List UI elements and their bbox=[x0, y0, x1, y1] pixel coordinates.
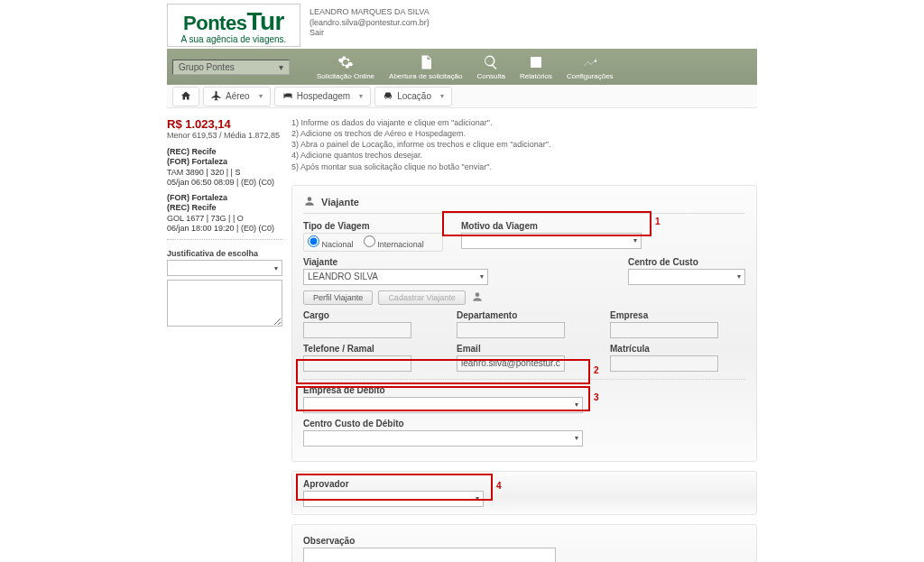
panel-header: Viajante bbox=[303, 195, 745, 214]
leg-flight: GOL 1677 | 73G | | O bbox=[167, 214, 244, 223]
cargo-input[interactable] bbox=[303, 322, 411, 338]
annotation-num-3: 3 bbox=[594, 392, 599, 402]
toolbar-label: Consulta bbox=[476, 72, 505, 80]
annotation-num-2: 2 bbox=[594, 365, 599, 375]
centro-custo-debito-select[interactable]: ▾ bbox=[303, 430, 583, 447]
matricula-label: Matrícula bbox=[610, 344, 745, 354]
leg-to: (REC) Recife bbox=[167, 203, 217, 212]
document-icon bbox=[418, 54, 434, 72]
toolbar-consulta[interactable]: Consulta bbox=[476, 54, 505, 80]
radio-nacional[interactable]: Nacional bbox=[308, 240, 354, 249]
instr-3: 3) Abra o painel de Locação, informe os … bbox=[291, 139, 757, 150]
aprovador-select[interactable]: ▾ bbox=[303, 491, 484, 507]
chevron-down-icon: ▾ bbox=[259, 92, 263, 100]
telefone-input[interactable] bbox=[303, 355, 411, 372]
centro-custo-debito-label: Centro Custo de Débito bbox=[303, 419, 745, 428]
home-icon bbox=[180, 90, 191, 103]
empresa-input[interactable] bbox=[610, 322, 718, 338]
empresa-debito-label: Empresa de Débito bbox=[303, 385, 745, 395]
tab-home[interactable] bbox=[172, 87, 199, 106]
chevron-down-icon: ▾ bbox=[575, 434, 578, 442]
leg-2: (FOR) Fortaleza (REC) Recife GOL 1677 | … bbox=[167, 193, 282, 234]
departamento-input[interactable] bbox=[457, 322, 565, 338]
sub-toolbar: Aéreo ▾ Hospedagem ▾ Locação ▾ bbox=[167, 85, 757, 108]
user-email: (leandro.silva@pontestur.com.br) bbox=[310, 18, 430, 29]
logout-link[interactable]: Sair bbox=[310, 28, 430, 39]
observacao-panel: Observação 255 5 Solicitar Viagem bbox=[291, 524, 757, 562]
centro-custo-select[interactable]: ▾ bbox=[628, 269, 745, 285]
observacao-label: Observação bbox=[303, 536, 745, 546]
toolbar-label: Abertura de solicitação bbox=[389, 72, 462, 80]
toolbar-label: Relatórios bbox=[520, 72, 552, 80]
instr-1: 1) Informe os dados do viajante e clique… bbox=[291, 117, 757, 128]
aprovador-panel: Aprovador ▾ 4 bbox=[291, 471, 757, 515]
user-name: LEANDRO MARQUES DA SILVA bbox=[310, 7, 430, 18]
leg-to: (FOR) Fortaleza bbox=[167, 157, 227, 166]
tab-aereo[interactable]: Aéreo ▾ bbox=[203, 87, 271, 106]
chevron-down-icon: ▾ bbox=[575, 401, 578, 409]
empresa-label: Empresa bbox=[610, 310, 745, 320]
justification-label: Justificativa de escolha bbox=[167, 249, 282, 258]
email-input[interactable] bbox=[457, 355, 565, 372]
user-info: LEANDRO MARQUES DA SILVA (leandro.silva@… bbox=[310, 4, 430, 39]
toolbar-configuracoes[interactable]: Configurações bbox=[567, 54, 614, 80]
matricula-input[interactable] bbox=[610, 355, 718, 372]
company-group-label: Grupo Pontes bbox=[179, 62, 235, 72]
observacao-textarea[interactable] bbox=[303, 548, 556, 562]
toolbar-solicitacao-online[interactable]: Solicitação Online bbox=[317, 54, 374, 80]
plane-icon bbox=[211, 90, 222, 103]
leg-from: (FOR) Fortaleza bbox=[167, 193, 227, 202]
instr-5: 5) Após montar sua solicitação clique no… bbox=[291, 161, 757, 172]
person-add-icon[interactable] bbox=[471, 290, 484, 305]
car-icon bbox=[383, 90, 393, 103]
gear-icon bbox=[337, 54, 354, 72]
viajante-label: Viajante bbox=[303, 257, 488, 267]
empresa-debito-select[interactable]: ▾ bbox=[303, 397, 583, 413]
chevron-down-icon: ▾ bbox=[480, 272, 484, 281]
chevron-down-icon: ▾ bbox=[476, 494, 479, 502]
logo-slogan: A sua agência de viagens. bbox=[181, 34, 287, 44]
instructions: 1) Informe os dados do viajante e clique… bbox=[291, 117, 757, 172]
motivo-select[interactable]: ▾ bbox=[461, 233, 642, 249]
leg-from: (REC) Recife bbox=[167, 147, 217, 156]
panel-title: Viajante bbox=[321, 197, 359, 207]
report-icon bbox=[528, 54, 544, 72]
price-avg: Menor 619,53 / Média 1.872,85 bbox=[167, 131, 282, 140]
email-label: Email bbox=[457, 344, 592, 354]
logo-text-1: Pontes bbox=[183, 12, 246, 34]
main-toolbar: Grupo Pontes ▾ Solicitação Online Abertu… bbox=[167, 49, 757, 85]
tipo-viagem-label: Tipo de Viagem bbox=[303, 221, 443, 231]
tab-locacao-label: Locação bbox=[397, 91, 431, 101]
tab-hospedagem[interactable]: Hospedagem ▾ bbox=[274, 87, 371, 106]
person-icon bbox=[303, 195, 316, 209]
tab-aereo-label: Aéreo bbox=[226, 91, 250, 101]
instr-2: 2) Adicione os trechos de Aéreo e Hosped… bbox=[291, 128, 757, 139]
company-group-select[interactable]: Grupo Pontes ▾ bbox=[172, 60, 290, 75]
justification-textarea[interactable] bbox=[167, 280, 282, 327]
annotation-num-4: 4 bbox=[496, 481, 502, 491]
toolbar-relatorios[interactable]: Relatórios bbox=[520, 54, 552, 80]
chevron-down-icon: ▾ bbox=[737, 272, 741, 281]
toolbar-abertura[interactable]: Abertura de solicitação bbox=[389, 54, 462, 80]
justification-select[interactable]: ▾ bbox=[167, 260, 282, 276]
tools-icon bbox=[582, 54, 598, 72]
telefone-label: Telefone / Ramal bbox=[303, 344, 439, 354]
viajante-select[interactable]: LEANDRO SILVA▾ bbox=[303, 269, 488, 285]
viajante-panel: Viajante Tipo de Viagem Nacional Interna… bbox=[291, 185, 757, 462]
radio-internacional[interactable]: Internacional bbox=[364, 240, 424, 249]
annotation-num-1: 1 bbox=[655, 217, 661, 226]
instr-4: 4) Adicione quantos trechos desejar. bbox=[291, 150, 757, 161]
search-icon bbox=[483, 54, 499, 72]
departamento-label: Departamento bbox=[457, 310, 592, 320]
tab-hospedagem-label: Hospedagem bbox=[297, 91, 350, 101]
total-price: R$ 1.023,14 bbox=[167, 117, 282, 131]
chevron-down-icon: ▾ bbox=[633, 236, 637, 244]
aprovador-label: Aprovador bbox=[303, 479, 745, 489]
perfil-viajante-button[interactable]: Perfil Viajante bbox=[303, 290, 373, 305]
tab-locacao[interactable]: Locação ▾ bbox=[374, 87, 452, 106]
app-header: PontesTur A sua agência de viagens. LEAN… bbox=[0, 0, 924, 47]
cadastrar-viajante-button[interactable]: Cadastrar Viajante bbox=[378, 290, 465, 305]
centro-custo-label: Centro de Custo bbox=[628, 257, 745, 267]
leg-times: 05/jan 06:50 08:09 | (E0) (C0) bbox=[167, 178, 274, 187]
chevron-down-icon: ▾ bbox=[279, 62, 283, 72]
